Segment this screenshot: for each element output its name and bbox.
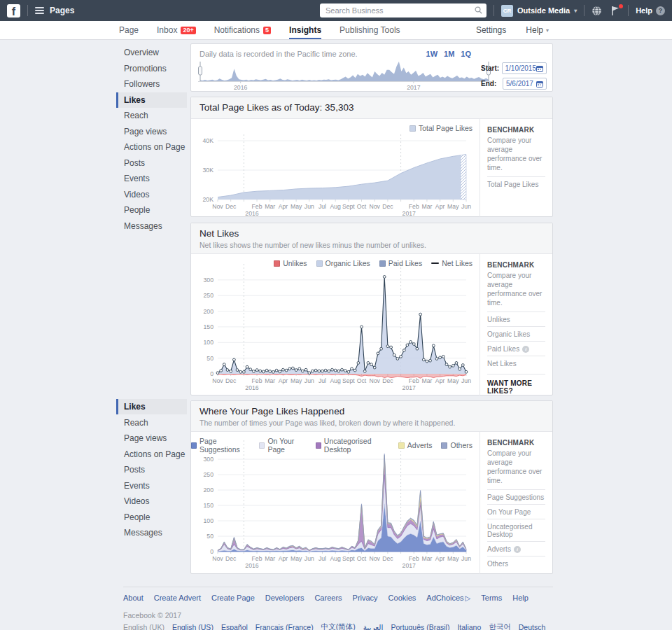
footer-link-cookies[interactable]: Cookies (388, 594, 416, 602)
benchmark-item-total-page-likes[interactable]: Total Page Likes (487, 176, 545, 191)
activity-sparkline[interactable]: 20162017 (198, 60, 492, 91)
tab-inbox[interactable]: Inbox20+ (157, 21, 196, 39)
nav-settings[interactable]: Settings (476, 25, 506, 35)
svg-text:2016: 2016 (234, 84, 247, 91)
sidebar-item-promotions[interactable]: Promotions (116, 61, 187, 76)
legend-item-total-page-likes[interactable]: Total Page Likes (410, 124, 472, 132)
search-icon[interactable] (475, 4, 482, 17)
preset-1q[interactable]: 1Q (461, 50, 471, 58)
sidebar-item-reach[interactable]: Reach (116, 415, 187, 430)
language-espa-ol[interactable]: Español (221, 623, 248, 630)
sidebar-item-posts[interactable]: Posts (116, 462, 187, 477)
tab-page[interactable]: Page (119, 21, 139, 39)
svg-text:Apr: Apr (435, 377, 445, 384)
tab-publishing-tools[interactable]: Publishing Tools (340, 21, 400, 39)
preset-1w[interactable]: 1W (426, 50, 438, 58)
sidebar-item-actions-on-page[interactable]: Actions on Page (116, 139, 187, 155)
date-range-card: Daily data is recorded in the Pacific ti… (190, 43, 553, 92)
sidebar-item-page-views[interactable]: Page views (116, 430, 187, 446)
footer-link-privacy[interactable]: Privacy (353, 594, 378, 602)
sidebar-item-posts[interactable]: Posts (116, 155, 187, 171)
legend-item-unlikes[interactable]: Unlikes (274, 259, 307, 267)
svg-text:Apr: Apr (279, 377, 288, 384)
benchmark-item-others[interactable]: Others (487, 556, 545, 570)
benchmark-item-uncategorised-desktop[interactable]: Uncategorised Desktop (487, 519, 545, 541)
sidebar-item-reach[interactable]: Reach (116, 108, 187, 123)
notifications-flag-icon[interactable] (610, 6, 621, 16)
language-[interactable]: 한국어 (489, 622, 511, 630)
legend-item-organic-likes[interactable]: Organic Likes (316, 259, 370, 267)
footer-link-about[interactable]: About (123, 594, 144, 602)
footer-link-label: Cookies (388, 594, 416, 602)
sidebar-item-events[interactable]: Events (116, 171, 187, 186)
svg-text:300: 300 (204, 456, 214, 463)
language-[interactable]: 中文(简体) (321, 622, 356, 630)
preset-1m[interactable]: 1M (444, 50, 454, 58)
svg-text:20K: 20K (203, 196, 214, 203)
sidebar-item-overview[interactable]: Overview (116, 45, 187, 60)
total-page-likes-chart[interactable]: Total Page Likes 20K30K40KNovDec2016FebM… (191, 119, 479, 217)
language-italiano[interactable]: Italiano (457, 623, 481, 630)
legend-item-on-your-page[interactable]: On Your Page (259, 437, 306, 454)
footer-link-help[interactable]: Help (512, 594, 528, 602)
end-date-input[interactable]: 5/6/2017 (503, 78, 547, 90)
legend-item-uncategorised-desktop[interactable]: Uncategorised Desktop (316, 437, 389, 454)
facebook-logo[interactable]: f (7, 4, 20, 18)
sidebar-item-people[interactable]: People (116, 510, 187, 525)
svg-text:Jul: Jul (318, 203, 326, 210)
range-handle-left[interactable] (199, 66, 202, 75)
footer-link-terms[interactable]: Terms (481, 594, 502, 602)
language-portugu-s-brasil[interactable]: Português (Brasil) (391, 623, 449, 630)
svg-text:Sept: Sept (342, 203, 355, 210)
footer-link-developers[interactable]: Developers (265, 594, 304, 602)
account-menu[interactable]: CR Outside Media ▾ (501, 5, 577, 17)
search-box[interactable] (320, 4, 486, 18)
sidebar-item-videos[interactable]: Videos (116, 493, 187, 509)
language-fran-ais-france[interactable]: Français (France) (255, 623, 314, 630)
nav-help[interactable]: Help▾ (526, 25, 549, 35)
search-input[interactable] (324, 6, 475, 15)
sidebar-item-messages[interactable]: Messages (116, 218, 187, 234)
tab-insights[interactable]: Insights (289, 21, 321, 39)
benchmark-item-adverts[interactable]: Advertsi (487, 541, 545, 556)
tab-notifications[interactable]: Notifications5 (214, 21, 271, 39)
legend-item-paid-likes[interactable]: Paid Likes (379, 259, 422, 267)
sidebar-item-likes[interactable]: Likes (116, 399, 187, 414)
footer-link-create-page[interactable]: Create Page (211, 594, 255, 602)
legend-item-net-likes[interactable]: Net Likes (431, 259, 472, 267)
benchmark-item-organic-likes[interactable]: Organic Likes (487, 326, 545, 341)
benchmark-item-on-your-page[interactable]: On Your Page (487, 504, 545, 519)
sidebar-item-people[interactable]: People (116, 202, 187, 218)
language-[interactable]: العربية (363, 623, 384, 630)
sidebar-item-actions-on-page[interactable]: Actions on Page (116, 447, 187, 462)
sidebar-item-messages[interactable]: Messages (116, 525, 187, 540)
where-likes-chart[interactable]: Page SuggestionsOn Your PageUncategorise… (191, 432, 479, 574)
benchmark-item-unlikes[interactable]: Unlikes (487, 312, 545, 326)
info-icon[interactable]: i (514, 546, 521, 553)
info-icon[interactable]: i (522, 346, 529, 353)
legend-item-adverts[interactable]: Adverts (398, 441, 433, 449)
sidebar-item-videos[interactable]: Videos (116, 187, 187, 202)
legend-item-others[interactable]: Others (441, 441, 472, 449)
sidebar-item-likes[interactable]: Likes (116, 92, 187, 108)
sidebar-item-page-views[interactable]: Page views (116, 124, 187, 139)
globe-icon[interactable] (592, 6, 602, 16)
benchmark-item-paid-likes[interactable]: Paid Likesi (487, 341, 545, 356)
footer-link-careers[interactable]: Careers (314, 594, 342, 602)
benchmark-item-page-suggestions[interactable]: Page Suggestions (487, 489, 545, 504)
help-menu[interactable]: Help ? (636, 6, 665, 15)
sidebar-item-followers[interactable]: Followers (116, 76, 187, 92)
insights-sidebar: OverviewPromotionsFollowersLikesReachPag… (116, 45, 187, 234)
language-deutsch[interactable]: Deutsch (519, 623, 546, 630)
start-date-input[interactable]: 1/10/2015 (502, 62, 547, 74)
menu-icon[interactable] (35, 6, 44, 15)
svg-text:Feb: Feb (252, 555, 262, 562)
footer-link-adchoices[interactable]: AdChoices▷ (426, 594, 470, 602)
legend-item-page-suggestions[interactable]: Page Suggestions (191, 437, 250, 454)
footer-link-create-advert[interactable]: Create Advert (154, 594, 201, 602)
sidebar-item-events[interactable]: Events (116, 478, 187, 493)
language-english-us[interactable]: English (US) (172, 623, 214, 630)
net-likes-chart[interactable]: UnlikesOrganic LikesPaid LikesNet Likes … (191, 254, 479, 396)
benchmark-item-net-likes[interactable]: Net Likes (487, 356, 545, 370)
timezone-note: Daily data is recorded in the Pacific ti… (200, 50, 358, 58)
